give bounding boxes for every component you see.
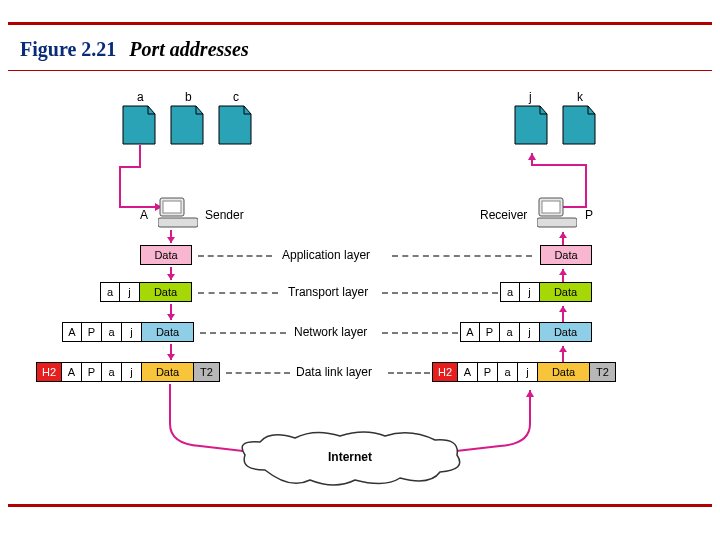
process-label-b: b <box>185 90 192 104</box>
figure-subject: Port addresses <box>129 38 248 60</box>
layer-label-transport: Transport layer <box>288 285 368 299</box>
bottom-rule <box>8 504 712 507</box>
figure-title: Figure 2.21 Port addresses <box>20 38 249 61</box>
pdu-tail: T2 <box>194 362 220 382</box>
arrow-sender-stack <box>164 230 178 382</box>
top-rule <box>8 22 712 25</box>
document-icon <box>218 105 252 145</box>
pdu-network-receiver: A P a j Data <box>460 322 592 342</box>
document-icon <box>122 105 156 145</box>
pdu-srcport: a <box>498 362 518 382</box>
pdu-srcport: a <box>500 282 520 302</box>
layer-dashes <box>382 332 458 334</box>
layer-label-network: Network layer <box>294 325 367 339</box>
pdu-head: H2 <box>36 362 62 382</box>
layer-dashes <box>198 292 278 294</box>
pdu-datalink-receiver: H2 A P a j Data T2 <box>432 362 616 382</box>
document-icon <box>562 105 596 145</box>
internet-label: Internet <box>328 450 372 464</box>
sender-ip-letter: A <box>140 208 148 222</box>
process-label-j: j <box>529 90 532 104</box>
pdu-srcip: A <box>460 322 480 342</box>
pdu-srcip: A <box>62 322 82 342</box>
pdu-dstport: j <box>518 362 538 382</box>
layer-label-application: Application layer <box>282 248 370 262</box>
pdu-dstport: j <box>120 282 140 302</box>
computer-icon <box>158 196 198 230</box>
pdu-head: H2 <box>432 362 458 382</box>
svg-rect-5 <box>537 218 577 227</box>
process-label-a: a <box>137 90 144 104</box>
pdu-srcip: A <box>458 362 478 382</box>
pdu-srcport: a <box>102 322 122 342</box>
receiver-ip-letter: P <box>585 208 593 222</box>
pdu-srcip: A <box>62 362 82 382</box>
figure-number: Figure 2.21 <box>20 38 116 60</box>
svg-rect-1 <box>163 201 181 213</box>
layer-label-datalink: Data link layer <box>296 365 372 379</box>
pdu-srcport: a <box>100 282 120 302</box>
process-label-c: c <box>233 90 239 104</box>
sender-role: Sender <box>205 208 244 222</box>
title-underline <box>8 70 712 71</box>
layer-dashes <box>198 255 272 257</box>
computer-icon <box>537 196 577 230</box>
pdu-dstport: j <box>520 282 540 302</box>
svg-rect-2 <box>158 218 198 227</box>
layer-dashes <box>200 332 286 334</box>
layer-dashes <box>382 292 498 294</box>
document-icon <box>170 105 204 145</box>
pdu-transport-sender: a j Data <box>100 282 192 302</box>
document-icon <box>514 105 548 145</box>
pdu-datalink-sender: H2 A P a j Data T2 <box>36 362 220 382</box>
pdu-dstip: P <box>480 322 500 342</box>
pdu-srcport: a <box>500 322 520 342</box>
layer-dashes <box>226 372 290 374</box>
pdu-dstport: j <box>122 362 142 382</box>
layer-dashes <box>392 255 532 257</box>
pdu-dstip: P <box>82 362 102 382</box>
pdu-dstport: j <box>520 322 540 342</box>
pdu-dstip: P <box>478 362 498 382</box>
svg-rect-4 <box>542 201 560 213</box>
pdu-dstip: P <box>82 322 102 342</box>
pdu-tail: T2 <box>590 362 616 382</box>
process-label-k: k <box>577 90 583 104</box>
pdu-transport-receiver: a j Data <box>500 282 592 302</box>
receiver-role: Receiver <box>480 208 527 222</box>
arrow-receiver-stack <box>556 230 570 382</box>
pdu-dstport: j <box>122 322 142 342</box>
pdu-srcport: a <box>102 362 122 382</box>
layer-dashes <box>388 372 430 374</box>
